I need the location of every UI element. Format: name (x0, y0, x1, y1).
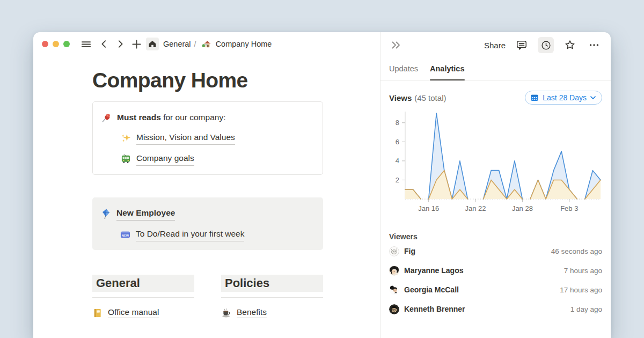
updates-history-icon[interactable] (538, 37, 554, 53)
chevron-down-icon (590, 96, 596, 100)
views-total: (45 total) (414, 93, 446, 102)
first-week-todo-link[interactable]: To Do/Read in your first week (136, 227, 244, 241)
svg-text:Jan 16: Jan 16 (418, 204, 439, 212)
breadcrumb-page-title[interactable]: Company Home (216, 40, 272, 48)
viewer-name: Georgia McCall (404, 285, 459, 294)
minimize-window-button[interactable] (53, 41, 59, 47)
new-badge-icon: NEW (120, 230, 130, 240)
tab-updates[interactable]: Updates (389, 64, 418, 80)
svg-text:4: 4 (396, 157, 399, 165)
mission-vision-values-link[interactable]: Mission, Vision and Values (136, 131, 235, 145)
views-title: Views(45 total) (389, 93, 446, 102)
general-heading: General (96, 276, 191, 290)
policies-heading: Policies (225, 276, 319, 290)
svg-text:6: 6 (396, 138, 399, 146)
link-columns: General (92, 275, 323, 318)
office-manual-row: Office manual (92, 307, 194, 318)
views-chart-wrap: 2468Jan 16Jan 22Jan 28Feb 3 (388, 109, 602, 218)
viewer-row: Kenneth Brenner 1 day ago (389, 300, 602, 318)
viewer-row: Georgia McCall 17 hours ago (389, 281, 602, 299)
ledger-icon (92, 308, 103, 318)
viewer-time: 46 seconds ago (551, 247, 602, 255)
breadcrumb-separator: / (194, 40, 196, 48)
kite-icon (101, 209, 111, 219)
views-label: Views (389, 93, 412, 102)
viewers-section: Viewers Fig 46 seconds ago (389, 232, 602, 318)
benefits-link[interactable]: Benefits (237, 307, 267, 318)
viewer-name: Kenneth Brenner (404, 305, 465, 313)
more-options-icon[interactable] (586, 37, 602, 53)
must-reads-link-row: Company goals (121, 152, 314, 166)
avatar (389, 246, 399, 256)
panel-actions: Share (484, 37, 602, 53)
svg-text:Feb 3: Feb 3 (560, 204, 578, 212)
must-reads-text: Must reads for our company: (117, 111, 225, 124)
document-body: Company Home Must reads for our co (33, 56, 380, 318)
new-employee-sub-row: NEW To Do/Read in your first week (120, 227, 314, 241)
date-range-label: Last 28 Days (543, 93, 587, 102)
viewer-row: Maryanne Lagos 7 hours ago (389, 261, 602, 280)
divider (92, 297, 194, 298)
must-reads-callout: Must reads for our company: Mission, Vis… (92, 101, 323, 175)
page-title: Company Home (92, 69, 356, 92)
panel-topbar: Share (380, 32, 611, 58)
viewer-name: Maryanne Lagos (404, 266, 463, 275)
collapse-panel-icon[interactable] (389, 38, 403, 52)
favorite-star-icon[interactable] (562, 37, 578, 53)
forward-button[interactable] (114, 38, 127, 50)
viewer-row: Fig 46 seconds ago (389, 242, 602, 260)
sidebar-menu-icon[interactable] (79, 38, 92, 50)
must-reads-bold: Must reads (117, 113, 161, 122)
main-column: General / Company Home Company Home (33, 32, 380, 338)
breadcrumb-section[interactable]: General (163, 40, 191, 48)
policies-column: Policies (221, 275, 323, 318)
tab-analytics[interactable]: Analytics (430, 64, 464, 80)
new-page-plus-icon[interactable] (130, 38, 143, 50)
must-reads-link-row: Mission, Vision and Values (121, 131, 314, 145)
svg-text:Jan 28: Jan 28 (512, 204, 533, 212)
home-breadcrumb-icon[interactable] (146, 38, 159, 50)
viewer-time: 17 hours ago (560, 286, 602, 294)
divider (221, 297, 323, 298)
new-employee-callout: New Employee NEW To Do/Read in your firs… (92, 197, 323, 250)
date-range-button[interactable]: Last 28 Days (525, 91, 602, 105)
general-column: General (92, 275, 194, 318)
main-topbar: General / Company Home (33, 32, 380, 56)
tram-icon (121, 154, 131, 164)
close-window-button[interactable] (42, 41, 48, 47)
house-with-garden-icon (202, 39, 211, 49)
views-header-row: Views(45 total) Last 28 Days (389, 91, 602, 105)
back-button[interactable] (98, 38, 111, 50)
window-controls (42, 41, 70, 47)
benefits-row: Benefits (221, 307, 323, 318)
viewers-heading: Viewers (389, 232, 602, 241)
policies-heading-block: Policies (221, 275, 323, 292)
avatar (389, 266, 399, 276)
office-manual-link[interactable]: Office manual (108, 307, 159, 318)
svg-text:8: 8 (396, 119, 399, 127)
new-employee-link[interactable]: New Employee (116, 207, 175, 221)
sparkles-icon (121, 133, 131, 143)
panel-tabs: Updates Analytics (380, 58, 611, 80)
avatar (389, 304, 399, 314)
pushpin-icon (101, 113, 112, 123)
svg-text:Jan 22: Jan 22 (465, 204, 486, 212)
new-employee-row: New Employee (101, 207, 314, 221)
avatar (389, 285, 399, 295)
viewer-time: 7 hours ago (564, 267, 602, 275)
must-reads-rest: for our company: (161, 113, 226, 122)
notion-window: General / Company Home Company Home (33, 32, 611, 338)
viewer-name: Fig (404, 247, 415, 255)
analytics-panel: Share (380, 32, 611, 338)
comments-icon[interactable] (514, 37, 530, 53)
zoom-window-button[interactable] (63, 41, 70, 47)
svg-text:2: 2 (396, 176, 399, 184)
desktop-background: General / Company Home Company Home (0, 0, 644, 338)
company-goals-link[interactable]: Company goals (136, 152, 194, 166)
views-chart: 2468Jan 16Jan 22Jan 28Feb 3 (388, 109, 603, 216)
viewer-time: 1 day ago (570, 305, 602, 313)
calendar-icon (530, 93, 539, 102)
coffee-icon (221, 308, 231, 318)
new-badge-text: NEW (122, 233, 129, 237)
share-button[interactable]: Share (484, 41, 506, 50)
